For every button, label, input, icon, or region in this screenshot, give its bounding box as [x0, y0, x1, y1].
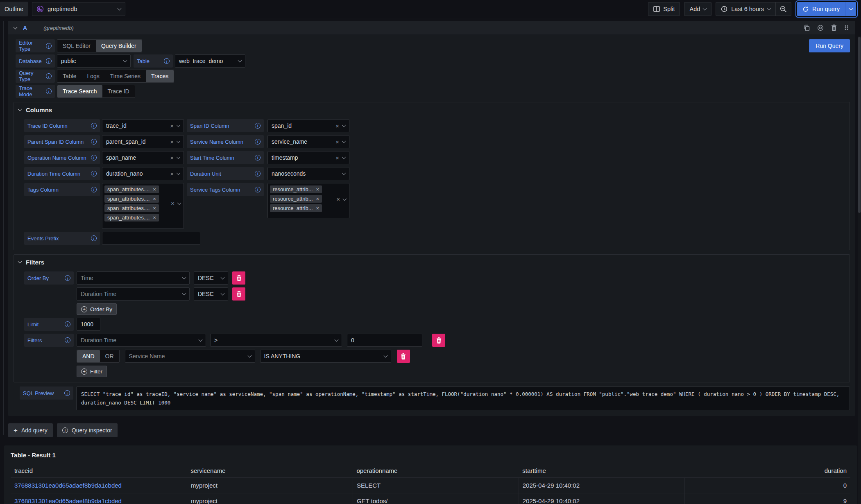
filter-operator-select[interactable]: IS ANYTHING	[260, 350, 391, 363]
column-header-starttime[interactable]: starttime	[519, 464, 684, 478]
remove-chip-icon[interactable]: ×	[153, 215, 156, 220]
column-header-operationname[interactable]: operationname	[353, 464, 519, 478]
clear-icon[interactable]: ×	[170, 123, 174, 129]
info-icon[interactable]: i	[255, 187, 261, 192]
service-name-column-select[interactable]: service_name ×	[267, 135, 349, 148]
outline-button[interactable]: Outline	[0, 2, 28, 16]
info-icon[interactable]: i	[46, 58, 52, 64]
filter-field-select[interactable]: Service Name	[125, 350, 255, 363]
info-icon[interactable]: i	[46, 43, 52, 49]
option-and[interactable]: AND	[77, 350, 100, 362]
option-trace-search[interactable]: Trace Search	[57, 85, 102, 97]
order-by-direction-select[interactable]: DESC	[194, 287, 228, 301]
collapse-chevron-icon[interactable]	[14, 25, 18, 29]
info-icon[interactable]: i	[91, 155, 97, 160]
option-trace-id[interactable]: Trace ID	[102, 85, 135, 97]
clear-icon[interactable]: ×	[335, 139, 339, 145]
delete-query-icon[interactable]	[831, 25, 837, 31]
info-icon[interactable]: i	[64, 390, 70, 396]
column-header-duration[interactable]: duration	[684, 464, 850, 478]
info-icon[interactable]: i	[255, 155, 261, 160]
info-icon[interactable]: i	[91, 235, 97, 241]
info-icon[interactable]: i	[46, 88, 52, 94]
info-icon[interactable]: i	[65, 321, 70, 327]
service-tags-column-multiselect[interactable]: resource_attrib...× resource_attrib...× …	[267, 183, 349, 218]
span-id-column-select[interactable]: span_id ×	[267, 119, 349, 132]
info-icon[interactable]: i	[65, 275, 70, 281]
info-icon[interactable]: i	[255, 171, 261, 176]
add-button[interactable]: Add	[684, 2, 711, 16]
add-filter-button[interactable]: + Filter	[77, 366, 107, 377]
remove-chip-icon[interactable]: ×	[316, 206, 319, 211]
clear-icon[interactable]: ×	[335, 123, 339, 129]
start-time-column-select[interactable]: timestamp ×	[267, 151, 349, 164]
remove-order-by-button[interactable]	[232, 287, 245, 301]
order-by-direction-select[interactable]: DESC	[194, 271, 228, 285]
clear-all-icon[interactable]: ×	[171, 200, 174, 206]
add-query-button[interactable]: + Add query	[8, 423, 53, 437]
clear-icon[interactable]: ×	[170, 171, 174, 177]
disable-query-icon[interactable]	[817, 25, 824, 31]
add-order-by-button[interactable]: + Order By	[77, 303, 117, 315]
query-row-header[interactable]: A (greptimedb)	[8, 21, 855, 34]
time-range-button[interactable]: Last 6 hours	[716, 2, 775, 16]
remove-filter-button[interactable]	[432, 334, 445, 347]
traceid-cell-link[interactable]: 3768831301ea0d65adaef8b9da1cbded	[11, 493, 187, 504]
duration-time-column-select[interactable]: duration_nano ×	[102, 167, 184, 180]
datasource-picker[interactable]: greptimedb	[32, 2, 125, 16]
remove-chip-icon[interactable]: ×	[153, 187, 156, 192]
column-header-servicename[interactable]: servicename	[187, 464, 353, 478]
option-query-builder[interactable]: Query Builder	[96, 40, 142, 52]
column-header-traceid[interactable]: traceid	[11, 464, 187, 478]
duration-unit-select[interactable]: nanoseconds	[267, 167, 349, 180]
traceid-cell-link[interactable]: 3768831301ea0d65adaef8b9da1cbded	[11, 478, 187, 493]
option-or[interactable]: OR	[100, 350, 119, 362]
filter-value-input[interactable]: 0	[347, 334, 422, 347]
scrollbar-thumb[interactable]	[858, 37, 861, 213]
clear-icon[interactable]: ×	[170, 139, 174, 145]
vertical-scrollbar[interactable]	[858, 36, 861, 504]
drag-handle-icon[interactable]	[844, 25, 849, 31]
filters-section-header[interactable]: Filters	[18, 255, 845, 269]
option-logs[interactable]: Logs	[82, 70, 104, 82]
run-query-button[interactable]: Run query	[797, 2, 845, 16]
clear-icon[interactable]: ×	[335, 155, 339, 161]
remove-filter-button[interactable]	[397, 350, 410, 363]
zoom-out-time-button[interactable]	[775, 2, 791, 16]
duplicate-query-icon[interactable]	[804, 25, 810, 31]
option-traces[interactable]: Traces	[146, 70, 174, 82]
info-icon[interactable]: i	[91, 171, 97, 176]
info-icon[interactable]: i	[255, 123, 261, 129]
remove-chip-icon[interactable]: ×	[316, 187, 319, 192]
filter-operator-select[interactable]: >	[210, 334, 342, 347]
remove-order-by-button[interactable]	[232, 271, 245, 285]
info-icon[interactable]: i	[164, 58, 170, 64]
order-by-field-select[interactable]: Duration Time	[77, 287, 190, 301]
option-time-series[interactable]: Time Series	[105, 70, 146, 82]
filter-field-select[interactable]: Duration Time	[77, 334, 206, 347]
query-inspector-button[interactable]: i Query inspector	[57, 423, 118, 437]
info-icon[interactable]: i	[46, 73, 52, 79]
info-icon[interactable]: i	[91, 123, 97, 129]
info-icon[interactable]: i	[255, 139, 261, 145]
clear-icon[interactable]: ×	[170, 155, 174, 161]
info-icon[interactable]: i	[91, 139, 97, 145]
clear-all-icon[interactable]: ×	[336, 196, 340, 202]
limit-input[interactable]: 1000	[77, 318, 100, 331]
columns-section-header[interactable]: Columns	[18, 103, 845, 116]
remove-chip-icon[interactable]: ×	[316, 196, 319, 201]
info-icon[interactable]: i	[65, 337, 70, 343]
database-select[interactable]: public	[57, 54, 131, 68]
parent-span-id-column-select[interactable]: parent_span_id ×	[102, 135, 184, 148]
split-button[interactable]: Split	[648, 2, 680, 16]
operation-name-column-select[interactable]: span_name ×	[102, 151, 184, 164]
info-icon[interactable]: i	[91, 187, 97, 192]
order-by-field-select[interactable]: Time	[77, 271, 190, 285]
table-select[interactable]: web_trace_demo	[175, 54, 245, 68]
option-sql-editor[interactable]: SQL Editor	[57, 40, 96, 52]
option-table[interactable]: Table	[57, 70, 82, 82]
trace-id-column-select[interactable]: trace_id ×	[102, 119, 184, 132]
remove-chip-icon[interactable]: ×	[153, 206, 156, 211]
panel-run-query-button[interactable]: Run Query	[809, 39, 850, 52]
remove-chip-icon[interactable]: ×	[153, 196, 156, 201]
